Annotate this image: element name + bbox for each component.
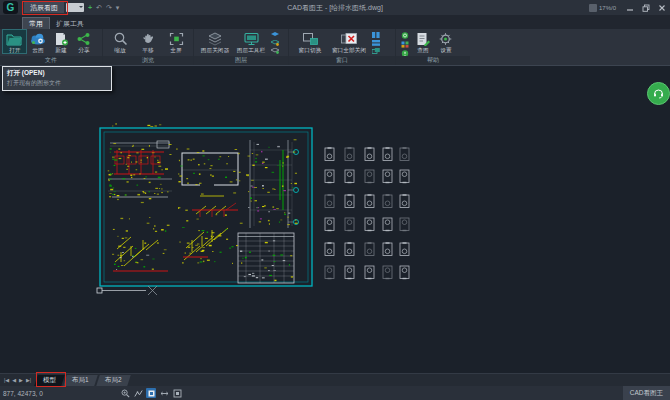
close-button[interactable] [654,0,670,15]
layer-freeze-icon[interactable] [271,40,279,46]
add-icon[interactable]: + [88,4,92,11]
tile-horizontal-icon[interactable] [372,40,380,46]
hand-icon [141,31,155,46]
ribbon-tab-strip: 常用 扩展工具 [0,15,670,29]
sheet-nav: |◀ ◀ ▶ ▶| [0,378,36,383]
window-switch-button[interactable]: 窗口切换 [292,30,328,53]
tooltip-description: 打开现有的图形文件 [7,80,107,86]
fullscreen-button[interactable]: 全屏 [165,30,188,53]
support-float-button[interactable] [647,82,670,105]
group-label-window: 窗口 [289,56,395,65]
last-sheet-icon[interactable]: ▶| [26,378,31,383]
layer-on-icon[interactable] [271,32,279,38]
zoom-window-icon[interactable] [120,388,130,398]
datum-symbol [97,286,157,295]
tab-extended-tools[interactable]: 扩展工具 [50,18,90,29]
ribbon-group-view: 缩放 平移 全屏 浏览 [103,29,194,65]
zoom-button[interactable]: 缩放 [109,30,132,53]
document-edit-icon [415,31,431,46]
apps-icon[interactable] [401,41,409,48]
status-bar: 877, 42473, 0 CAD看图王 [0,386,670,400]
first-sheet-icon[interactable]: |◀ [4,378,9,383]
group-label-help: 帮助 [396,56,470,65]
app-menu-button[interactable]: 浩辰看图 [24,2,64,13]
ribbon: 打开 云图 新建 分享 文件 [0,29,670,66]
update-icon[interactable] [401,32,409,39]
ribbon-group-help: 查图 设置 帮助 [396,29,470,65]
cloud-drawing-button[interactable]: 云图 [26,30,49,53]
group-label-view: 浏览 [103,56,193,65]
pan-horizontal-icon[interactable] [159,388,169,398]
window-close-all-button[interactable]: 窗口全部关闭 [328,30,370,53]
application-window: G 浩辰看图 + ↶ ↷ ▾ CAD看图王 - [给排水图纸.dwg] 17%/… [0,0,670,400]
qat-dropdown-icon[interactable]: ▾ [116,4,120,11]
help-mini-buttons [399,30,411,57]
settings-button[interactable]: 设置 [434,30,457,53]
redo-icon[interactable]: ↷ [106,4,112,11]
share-button[interactable]: 分享 [72,30,95,53]
user-status-text: 17%/0 [599,5,616,11]
titlebar-right: 17%/0 [589,0,670,15]
layer-lock-icon[interactable] [271,48,279,54]
cursor-coordinates: 877, 42473, 0 [0,390,43,397]
prev-sheet-icon[interactable]: ◀ [12,378,16,383]
measure-icon[interactable] [133,388,143,398]
tab-layout1[interactable]: 布局1 [63,375,97,386]
brand-badge: CAD看图王 [623,386,670,400]
window-close-all-icon [340,31,358,46]
annotation-text-specks [108,123,298,281]
tab-home[interactable]: 常用 [22,17,50,29]
window-arrange-buttons [370,30,382,54]
status-tools [120,388,182,398]
cascade-windows-icon[interactable] [372,48,380,54]
zoom-extents-icon[interactable] [172,388,182,398]
layer-toolbar-button[interactable]: 图层工具栏 [233,30,269,53]
open-button[interactable]: 打开 [3,30,26,53]
tooltip-title: 打开 (OPEN) [7,70,107,77]
background-toggle-icon[interactable] [146,388,156,398]
magnifier-icon [113,31,128,46]
quick-access-toolbar: + ↶ ↷ ▾ [88,1,119,14]
ribbon-group-window: 窗口切换 窗口全部关闭 窗口 [289,29,396,65]
layers-icon [207,31,223,46]
undo-icon[interactable]: ↶ [96,4,102,11]
app-logo-icon[interactable]: G [3,1,18,14]
user-icon [589,4,597,12]
layer-off-button[interactable]: 图层关闭器 [197,30,233,53]
share-icon [76,31,91,46]
next-sheet-icon[interactable]: ▶ [19,378,23,383]
cad-drawing [0,65,670,373]
pan-button[interactable]: 平移 [137,30,160,53]
section-top-right [250,140,299,228]
headset-icon [653,88,664,99]
tab-model[interactable]: 模型 [34,375,65,386]
open-folder-icon [6,31,23,46]
user-account-chip[interactable]: 17%/0 [589,4,616,12]
fullscreen-icon [169,31,184,46]
cloud-icon [29,31,47,46]
ribbon-group-layer: 图层关闭器 图层工具栏 图层 [194,29,289,65]
restore-button[interactable] [638,0,654,15]
block-symbol-grid [325,148,409,279]
open-tooltip: 打开 (OPEN) 打开现有的图形文件 [2,66,112,91]
monitor-icon [243,31,260,46]
new-file-button[interactable]: 新建 [49,30,72,53]
new-file-icon [53,31,69,46]
ribbon-group-file: 打开 云图 新建 分享 文件 [0,29,103,65]
plan-top-center [182,153,238,196]
iso-bottom-center [183,203,238,260]
drawing-canvas[interactable] [0,65,670,373]
layer-mini-buttons [269,30,281,54]
group-label-file: 文件 [0,56,102,65]
minimize-button[interactable] [622,0,638,15]
sheet-tab-bar: |◀ ◀ ▶ ▶| 模型 布局1 布局2 [0,373,670,387]
window-title: CAD看图王 - [给排水图纸.dwg] [287,3,383,13]
drawing-review-button[interactable]: 查图 [411,30,434,53]
tab-layout2[interactable]: 布局2 [96,375,130,386]
tile-vertical-icon[interactable] [372,32,380,38]
quick-access-selector[interactable] [66,3,84,12]
gear-icon [438,31,453,46]
group-label-layer: 图层 [194,56,288,65]
title-bar: G 浩辰看图 + ↶ ↷ ▾ CAD看图王 - [给排水图纸.dwg] 17%/… [0,0,670,15]
window-switch-icon [302,31,319,46]
